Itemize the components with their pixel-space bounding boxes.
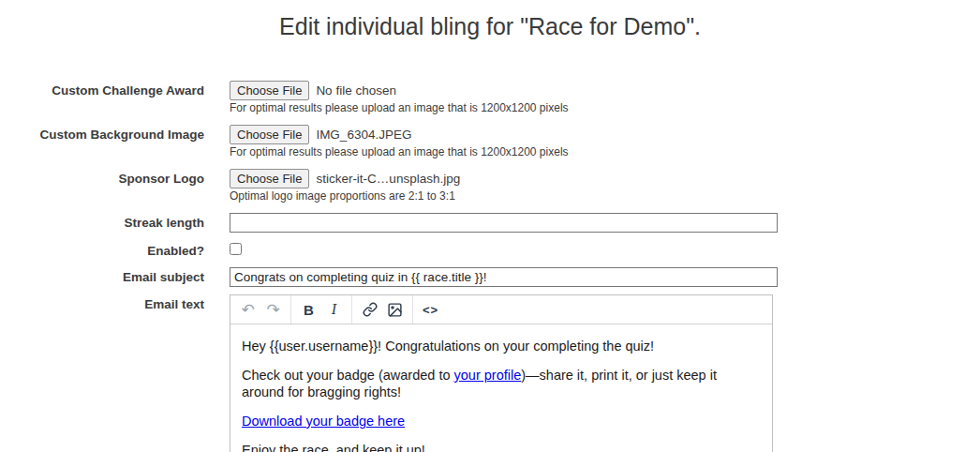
streak-length-label: Streak length <box>0 213 204 233</box>
field-row-custom-background-image: Custom Background Image Choose File IMG_… <box>0 125 980 158</box>
enabled-checkbox[interactable] <box>230 243 242 255</box>
download-badge-link[interactable]: Download your badge here <box>242 414 405 429</box>
file-chosen-text: IMG_6304.JPEG <box>316 128 411 142</box>
redo-icon[interactable]: ↷ <box>260 298 286 322</box>
choose-file-button[interactable]: Choose File <box>230 81 309 100</box>
helper-text: For optimal results please upload an ima… <box>230 101 980 114</box>
file-chosen-text: sticker-it-C…unsplash.jpg <box>316 172 460 186</box>
edit-bling-form: Custom Challenge Award Choose File No fi… <box>0 81 980 452</box>
custom-challenge-award-file-input[interactable]: Choose File No file chosen <box>230 81 980 100</box>
helper-text: For optimal results please upload an ima… <box>230 145 980 158</box>
custom-background-image-file-input[interactable]: Choose File IMG_6304.JPEG <box>230 125 980 144</box>
sponsor-logo-label: Sponsor Logo <box>0 169 204 203</box>
email-paragraph: Enjoy the race, and keep it up! <box>242 442 761 452</box>
code-icon[interactable]: <> <box>418 298 443 322</box>
custom-background-image-label: Custom Background Image <box>0 125 204 158</box>
field-row-email-text: Email text ↶ ↷ B I <box>0 294 980 452</box>
enabled-label: Enabled? <box>0 241 204 259</box>
field-row-sponsor-logo: Sponsor Logo Choose File sticker-it-C…un… <box>0 169 980 203</box>
field-row-custom-challenge-award: Custom Challenge Award Choose File No fi… <box>0 81 980 114</box>
file-chosen-text: No file chosen <box>316 83 396 98</box>
email-paragraph: Hey {{user.username}}! Congratulations o… <box>242 338 761 354</box>
field-row-enabled: Enabled? <box>0 241 980 259</box>
editor-toolbar: ↶ ↷ B I <box>230 295 772 324</box>
choose-file-button[interactable]: Choose File <box>230 125 309 144</box>
email-text-content[interactable]: Hey {{user.username}}! Congratulations o… <box>230 324 772 452</box>
your-profile-link[interactable]: your profile <box>454 368 522 383</box>
image-icon[interactable] <box>382 298 408 322</box>
link-icon[interactable] <box>357 298 382 322</box>
email-subject-input[interactable] <box>230 267 778 287</box>
field-row-streak-length: Streak length <box>0 213 980 233</box>
undo-icon[interactable]: ↶ <box>235 298 260 322</box>
choose-file-button[interactable]: Choose File <box>230 169 309 188</box>
custom-challenge-award-label: Custom Challenge Award <box>0 81 204 114</box>
italic-icon[interactable]: I <box>321 298 347 322</box>
helper-text: Optimal logo image proportions are 2:1 t… <box>230 189 980 203</box>
sponsor-logo-file-input[interactable]: Choose File sticker-it-C…unsplash.jpg <box>230 169 980 188</box>
bold-icon[interactable]: B <box>296 298 321 322</box>
page-title: Edit individual bling for "Race for Demo… <box>0 12 980 40</box>
email-paragraph: Check out your badge (awarded to your pr… <box>242 367 761 400</box>
field-row-email-subject: Email subject <box>0 267 980 287</box>
email-paragraph: Download your badge here <box>242 413 761 429</box>
email-subject-label: Email subject <box>0 267 204 287</box>
streak-length-input[interactable] <box>230 213 778 233</box>
email-text-editor: ↶ ↷ B I <box>230 294 773 452</box>
email-text-label: Email text <box>0 294 204 452</box>
